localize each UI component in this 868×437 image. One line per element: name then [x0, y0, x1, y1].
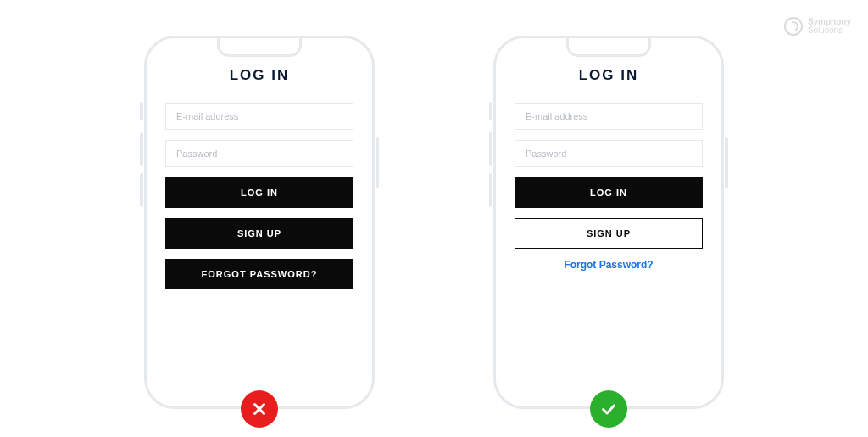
brand-mark-icon [784, 17, 803, 36]
status-badge-correct [590, 390, 627, 428]
phone-side-button-icon [376, 137, 379, 188]
phone-side-button-icon [140, 102, 143, 120]
check-icon [599, 400, 618, 418]
comparison-canvas: LOG IN LOG IN SIGN UP FORGOT PASSWORD? L… [0, 0, 868, 409]
email-field[interactable] [165, 103, 353, 130]
phone-side-button-icon [489, 132, 492, 166]
brand-text: Symphony Solutions [808, 18, 851, 36]
forgot-password-button[interactable]: FORGOT PASSWORD? [165, 259, 353, 289]
brand-line1: Symphony [808, 17, 851, 26]
status-badge-incorrect [241, 390, 278, 428]
phone-mockup-bad: LOG IN LOG IN SIGN UP FORGOT PASSWORD? [144, 36, 375, 409]
phone-notch-icon [217, 38, 302, 57]
phone-side-button-icon [725, 137, 728, 188]
password-field[interactable] [165, 140, 353, 167]
phone-side-button-icon [489, 173, 492, 207]
page-title: LOG IN [165, 67, 353, 84]
brand-line2: Solutions [808, 25, 843, 35]
login-screen-good: LOG IN LOG IN SIGN UP Forgot Password? [515, 67, 703, 406]
cross-icon [250, 400, 269, 418]
phone-side-button-icon [140, 132, 143, 166]
page-title: LOG IN [515, 67, 703, 84]
phone-frame: LOG IN LOG IN SIGN UP Forgot Password? [493, 36, 724, 409]
login-screen-bad: LOG IN LOG IN SIGN UP FORGOT PASSWORD? [165, 67, 353, 406]
signup-button[interactable]: SIGN UP [165, 218, 353, 249]
email-field[interactable] [515, 103, 703, 130]
phone-frame: LOG IN LOG IN SIGN UP FORGOT PASSWORD? [144, 36, 375, 409]
phone-notch-icon [566, 38, 651, 57]
login-button[interactable]: LOG IN [515, 177, 703, 208]
password-field[interactable] [515, 140, 703, 167]
phone-side-button-icon [489, 102, 492, 120]
login-button[interactable]: LOG IN [165, 177, 353, 208]
phone-side-button-icon [140, 173, 143, 207]
forgot-password-link[interactable]: Forgot Password? [515, 259, 703, 271]
signup-button[interactable]: SIGN UP [515, 218, 703, 249]
phone-mockup-good: LOG IN LOG IN SIGN UP Forgot Password? [493, 36, 724, 409]
brand-watermark: Symphony Solutions [784, 17, 851, 36]
